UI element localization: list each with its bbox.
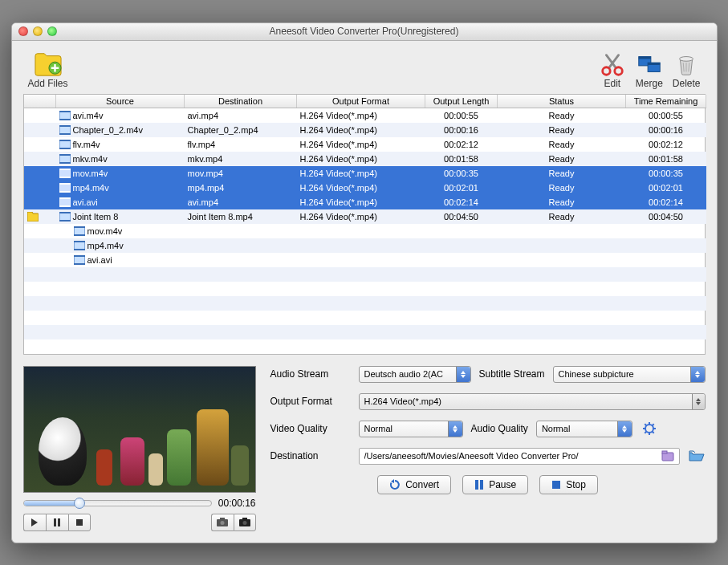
convert-label: Convert [405,479,439,490]
table-row[interactable]: mp4.m4vmp4.mp4H.264 Video(*.mp4)00:02:01… [24,181,706,195]
pause-button[interactable]: Pause [462,475,528,494]
col-header-blank[interactable] [24,95,56,108]
convert-button[interactable]: Convert [377,475,451,494]
refresh-icon [389,479,401,490]
audio-stream-select[interactable]: Deutsch audio 2(AC [359,366,471,383]
svg-rect-48 [242,518,247,520]
titlebar[interactable]: Aneesoft Video Converter Pro(Unregistere… [12,23,717,41]
add-files-icon [33,51,63,78]
audio-quality-select[interactable]: Normal [536,421,632,437]
video-quality-value: Normal [364,424,392,433]
svg-rect-27 [59,197,71,199]
chevron-updown-icon [692,394,705,409]
video-quality-select[interactable]: Normal [359,421,463,437]
svg-rect-60 [662,451,667,453]
col-header-status[interactable]: Status [498,95,626,108]
table-row[interactable]: mov.m4vmov.mp4H.264 Video(*.mp4)00:00:35… [24,166,706,181]
svg-rect-28 [59,205,71,207]
snapshot-folder-button[interactable] [234,514,256,531]
video-quality-label: Video Quality [270,423,351,434]
svg-point-1 [603,67,610,74]
svg-rect-39 [74,255,85,257]
pause-icon [474,480,484,490]
output-format-select[interactable]: H.264 Video(*.mp4) [359,393,706,410]
svg-rect-10 [59,119,71,120]
delete-button[interactable]: Delete [668,51,706,89]
svg-rect-18 [59,154,71,156]
audio-quality-label: Audio Quality [471,423,528,434]
browse-destination-button[interactable] [688,448,706,464]
col-header-time-remaining[interactable]: Time Remaining [626,95,706,108]
table-row[interactable]: flv.m4vflv.mp4H.264 Video(*.mp4)00:02:12… [24,137,706,152]
preview-frame [24,367,255,492]
open-folder-icon [689,449,705,462]
video-preview[interactable] [23,366,256,493]
svg-point-46 [221,521,225,525]
col-header-source[interactable]: Source [56,95,185,108]
table-row[interactable]: Joint Item 8Joint Item 8.mp4H.264 Video(… [24,209,706,224]
table-row-empty [24,339,706,354]
chevron-updown-icon [456,367,470,382]
destination-field[interactable]: /Users/aneesoft/Movies/Aneesoft Video Co… [359,448,680,465]
playback-slider[interactable] [23,500,212,506]
svg-line-55 [645,424,646,425]
svg-rect-63 [552,481,560,489]
merge-label: Merge [636,78,663,89]
pause-playback-button[interactable] [46,514,68,531]
col-header-destination[interactable]: Destination [185,95,297,108]
subtitle-stream-label: Subtitle Stream [479,368,545,380]
output-format-value: H.264 Video(*.mp4) [364,396,441,406]
add-files-label: Add Files [28,78,68,89]
svg-point-7 [680,56,693,61]
audio-quality-value: Normal [542,424,570,433]
svg-rect-61 [475,480,478,490]
table-row[interactable]: avi.m4vavi.mp4H.264 Video(*.mp4)00:00:55… [24,108,706,123]
edit-button[interactable]: Edit [594,51,631,89]
svg-rect-6 [648,63,660,65]
playback-time: 00:00:16 [218,498,256,509]
svg-rect-16 [59,148,71,149]
svg-rect-22 [59,177,71,178]
table-header-row[interactable]: Source Destination Output Format Output … [24,95,706,108]
play-button[interactable] [23,514,46,531]
toolbar: Add Files Edit Merge [23,51,706,89]
merge-button[interactable]: Merge [631,51,668,89]
svg-rect-21 [59,169,71,170]
table-row[interactable]: mp4.m4v [24,238,706,253]
preview-pane: 00:00:16 [23,366,256,531]
slider-knob[interactable] [74,498,85,509]
folder-inline-icon [661,450,674,461]
stop-button[interactable]: Stop [539,475,598,494]
table-row[interactable]: avi.avi [24,253,706,267]
svg-rect-36 [74,241,85,242]
svg-rect-62 [480,480,483,490]
table-row-empty [24,282,706,296]
stop-icon [551,480,561,490]
svg-line-56 [652,432,653,433]
audio-stream-value: Deutsch audio 2(AC [364,369,443,379]
camera-dark-icon [239,518,250,526]
col-header-output-format[interactable]: Output Format [297,95,425,108]
scissors-icon [599,51,626,78]
svg-rect-42 [58,518,60,526]
svg-rect-31 [59,220,71,222]
table-row[interactable]: avi.aviavi.mp4H.264 Video(*.mp4)00:02:14… [24,195,706,209]
table-row[interactable]: mov.m4v [24,224,706,238]
subtitle-stream-select[interactable]: Chinese subpicture [553,366,706,383]
table-row[interactable]: mkv.m4vmkv.mp4H.264 Video(*.mp4)00:01:58… [24,152,706,166]
app-window: Aneesoft Video Converter Pro(Unregistere… [11,22,718,543]
svg-rect-30 [59,212,71,213]
table-row-empty [24,296,706,311]
table-row-empty [24,325,706,339]
col-header-output-length[interactable]: Output Length [425,95,498,108]
table-row[interactable]: Chapter_0_2.m4vChapter_0_2.mp4H.264 Vide… [24,123,706,137]
stop-playback-button[interactable] [68,514,91,531]
svg-rect-15 [59,140,71,141]
chevron-updown-icon [448,421,462,437]
file-table[interactable]: Source Destination Output Format Output … [23,94,706,355]
add-files-button[interactable]: Add Files [23,51,73,89]
output-format-label: Output Format [270,396,351,407]
snapshot-button[interactable] [211,514,234,531]
svg-line-58 [652,424,653,425]
advanced-settings-button[interactable] [641,421,658,437]
